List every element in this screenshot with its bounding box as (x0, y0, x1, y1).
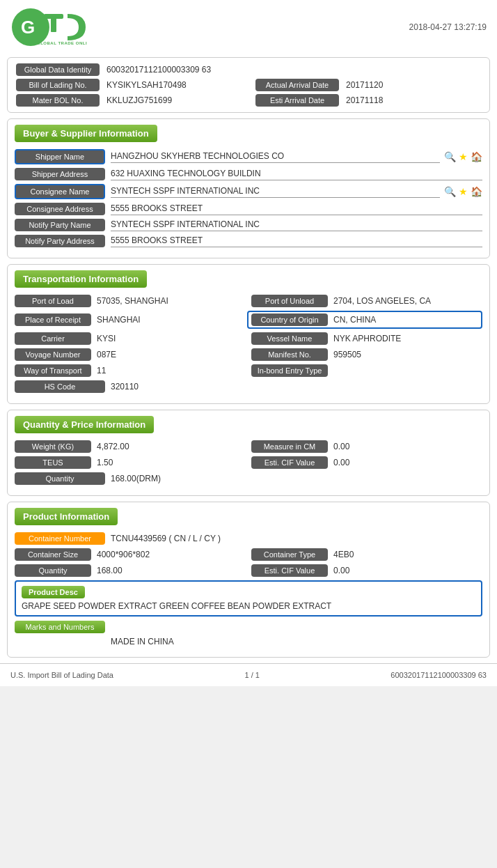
quantity-value: 168.00(DRM) (111, 474, 482, 483)
bol-row: Bill of Lading No. KYSIKYLSAH170498 Actu… (16, 79, 481, 91)
search-icon-consignee[interactable]: 🔍 (444, 186, 456, 197)
svg-rect-1 (44, 14, 63, 19)
place-of-receipt-label: Place of Receipt (15, 313, 91, 326)
footer-center: 1 / 1 (244, 671, 259, 679)
marks-value-row: MADE IN CHINA (15, 637, 482, 646)
product-desc-value: GRAPE SEED POWDER EXTRACT GREEN COFFEE B… (22, 601, 475, 611)
product-quantity-value: 168.00 (97, 566, 246, 575)
weight-label: Weight (KG) (15, 440, 91, 453)
shipper-address-value: 632 HUAXING TECHNOLOGY BUILDIN (111, 169, 482, 180)
quantity-price-section: Quantity & Price Information Weight (KG)… (7, 410, 490, 496)
country-of-origin-value: CN, CHINA (333, 315, 478, 325)
transportation-title: Transportation Information (15, 270, 147, 288)
product-quantity-label: Quantity (15, 564, 91, 577)
port-of-unload-item: Port of Unload 2704, LOS ANGELES, CA (251, 295, 482, 307)
notify-party-address-label: Notify Party Address (15, 235, 105, 247)
port-of-load-label: Port of Load (15, 295, 91, 307)
teus-label: TEUS (15, 456, 91, 469)
carrier-vessel-row: Carrier KYSI Vessel Name NYK APHRODITE (15, 332, 482, 345)
esti-arrival-value: 20171118 (346, 95, 383, 105)
container-size-value: 4000*906*802 (97, 550, 246, 559)
vessel-name-item: Vessel Name NYK APHRODITE (251, 332, 482, 345)
marks-row: Marks and Numbers (15, 621, 482, 633)
place-of-receipt-item: Place of Receipt SHANGHAI (15, 311, 242, 329)
carrier-value: KYSI (97, 334, 246, 343)
master-bol-value: KKLUZJG751699 (106, 95, 172, 105)
container-number-row: Container Number TCNU4439569 ( CN / L / … (15, 532, 482, 545)
shipper-address-label: Shipper Address (15, 168, 105, 180)
global-data-label: Global Data Identity (16, 63, 100, 76)
buyer-supplier-section: Buyer & Supplier Information Shipper Nam… (7, 118, 490, 258)
consignee-name-row: Consignee Name SYNTECH SSPF INTERNATIONA… (15, 184, 482, 199)
container-type-item: Container Type 4EB0 (251, 548, 482, 561)
svg-text:G: G (21, 17, 35, 38)
shipper-icons: 🔍 ★ 🏠 (444, 151, 482, 162)
measure-item: Measure in CM 0.00 (251, 440, 482, 453)
product-quantity-cif-row: Quantity 168.00 Esti. CIF Value 0.00 (15, 564, 482, 577)
shipper-name-label: Shipper Name (15, 149, 105, 164)
teus-cif-row: TEUS 1.50 Esti. CIF Value 0.00 (15, 456, 482, 469)
master-bol-row: Mater BOL No. KKLUZJG751699 Esti Arrival… (16, 94, 481, 107)
measure-value: 0.00 (333, 442, 482, 451)
home-icon[interactable]: 🏠 (471, 151, 482, 162)
teus-value: 1.50 (97, 458, 246, 467)
carrier-label: Carrier (15, 332, 91, 345)
container-type-value: 4EB0 (333, 550, 482, 559)
vessel-name-value: NYK APHRODITE (333, 334, 482, 343)
country-of-origin-label: Country of Origin (251, 313, 328, 326)
voyage-value: 087E (97, 350, 246, 359)
global-data-row: Global Data Identity 6003201711210000330… (16, 63, 481, 76)
container-size-type-row: Container Size 4000*906*802 Container Ty… (15, 548, 482, 561)
port-of-unload-label: Port of Unload (251, 295, 328, 307)
hs-code-row: HS Code 320110 (15, 380, 482, 393)
weight-measure-row: Weight (KG) 4,872.00 Measure in CM 0.00 (15, 440, 482, 453)
notify-party-name-row: Notify Party Name SYNTECH SSPF INTERNATI… (15, 219, 482, 231)
voyage-manifest-row: Voyage Number 087E Manifest No. 959505 (15, 348, 482, 361)
consignee-name-value: SYNTECH SSPF INTERNATIONAL INC (111, 186, 440, 198)
search-icon[interactable]: 🔍 (444, 151, 456, 162)
star-icon-consignee[interactable]: ★ (459, 186, 468, 197)
product-quantity-item: Quantity 168.00 (15, 564, 246, 577)
carrier-item: Carrier KYSI (15, 332, 246, 345)
transport-inbond-row: Way of Transport 11 In-bond Entry Type (15, 364, 482, 377)
page-footer: U.S. Import Bill of Lading Data 1 / 1 60… (0, 663, 497, 686)
voyage-item: Voyage Number 087E (15, 348, 246, 361)
master-bol-col: Mater BOL No. KKLUZJG751699 (16, 94, 242, 107)
container-number-value: TCNU4439569 ( CN / L / CY ) (111, 534, 482, 543)
svg-rect-2 (51, 18, 56, 32)
identity-section: Global Data Identity 6003201711210000330… (7, 57, 490, 113)
bill-of-lading-value: KYSIKYLSAH170498 (106, 80, 187, 90)
manifest-value: 959505 (333, 350, 482, 359)
product-info-title: Product Information (15, 508, 118, 525)
product-info-fields: Container Number TCNU4439569 ( CN / L / … (8, 529, 489, 657)
star-icon[interactable]: ★ (459, 151, 468, 162)
country-of-origin-item: Country of Origin CN, CHINA (247, 311, 482, 329)
consignee-address-value: 5555 BROOKS STREET (111, 203, 482, 215)
consignee-address-label: Consignee Address (15, 203, 105, 215)
home-icon-consignee[interactable]: 🏠 (471, 186, 482, 197)
container-size-item: Container Size 4000*906*802 (15, 548, 246, 561)
timestamp: 2018-04-27 13:27:19 (409, 22, 487, 32)
weight-value: 4,872.00 (97, 442, 246, 451)
master-bol-label: Mater BOL No. (16, 94, 100, 107)
container-size-label: Container Size (15, 548, 91, 561)
quantity-label: Quantity (15, 472, 105, 485)
quantity-price-title: Quantity & Price Information (15, 416, 154, 433)
way-of-transport-item: Way of Transport 11 (15, 364, 246, 377)
product-esti-cif-item: Esti. CIF Value 0.00 (251, 564, 482, 577)
product-desc-box: Product Desc GRAPE SEED POWDER EXTRACT G… (15, 580, 482, 617)
bill-of-lading-col: Bill of Lading No. KYSIKYLSAH170498 (16, 79, 242, 91)
port-of-load-item: Port of Load 57035, SHANGHAI (15, 295, 246, 307)
manifest-label: Manifest No. (251, 348, 328, 361)
shipper-name-row: Shipper Name HANGZHOU SKYHERB TECHNOLOGI… (15, 149, 482, 164)
transportation-fields: Port of Load 57035, SHANGHAI Port of Unl… (8, 292, 489, 403)
quantity-price-fields: Weight (KG) 4,872.00 Measure in CM 0.00 … (8, 437, 489, 495)
voyage-label: Voyage Number (15, 348, 91, 361)
in-bond-item: In-bond Entry Type (251, 364, 482, 377)
page-header: G GLOBAL TRADE ONLINE LIMITED 2018-04-27… (0, 0, 497, 52)
receipt-origin-row: Place of Receipt SHANGHAI Country of Ori… (15, 311, 482, 329)
container-number-label: Container Number (15, 532, 105, 545)
actual-arrival-value: 20171120 (346, 80, 383, 90)
consignee-address-row: Consignee Address 5555 BROOKS STREET (15, 203, 482, 215)
hs-code-value: 320110 (111, 382, 482, 392)
